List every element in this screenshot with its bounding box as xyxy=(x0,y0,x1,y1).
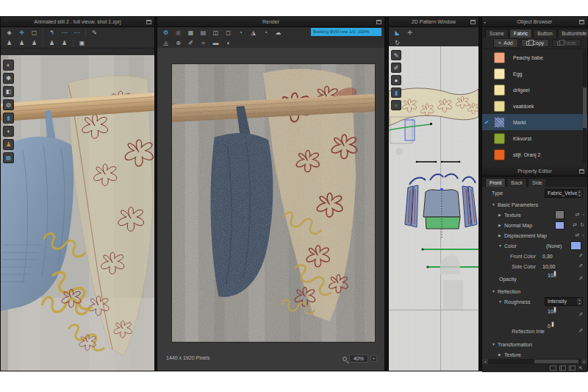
pattern-grid-icon[interactable]: ▫ xyxy=(391,100,401,110)
fabric-row[interactable]: Kikvorst xyxy=(482,130,587,146)
layout-split-icon[interactable] xyxy=(559,366,566,371)
displacement-map-row[interactable]: ▶Displacement Map ⇄▫ xyxy=(482,230,587,240)
stress-view-icon[interactable]: ◖ xyxy=(3,126,14,137)
object-browser-titlebar[interactable]: ◂ Object Browser xyxy=(482,17,587,27)
pop-out-icon[interactable]: ⇱ xyxy=(578,366,583,371)
pattern-edit-icon[interactable]: ✐ xyxy=(391,63,401,73)
strain-map-icon[interactable]: ◍ xyxy=(3,99,14,110)
roughness-row[interactable]: ▼Roughness Intensity▴▾ xyxy=(482,296,587,307)
property-editor-titlebar[interactable]: Property Editor xyxy=(482,166,587,177)
render-lamp-icon[interactable]: ▬ xyxy=(209,38,222,47)
fabric-row[interactable]: Egg xyxy=(482,65,587,82)
gizmo-tool-icon[interactable]: ◈ xyxy=(3,28,15,37)
tab-side[interactable]: Side xyxy=(528,178,547,187)
reflection-header[interactable]: ▼Reflection xyxy=(482,286,587,296)
transformation-header[interactable]: ▼Transformation xyxy=(482,339,587,349)
basic-parameters-header[interactable]: ▼Basic Parameters xyxy=(482,199,587,210)
scroll-right-icon[interactable]: ▸ xyxy=(581,359,587,364)
edit-pen-icon[interactable]: ✎ xyxy=(578,328,583,334)
3d-viewport[interactable]: ◐ ✱ ◧ ◍ ▮ ◖ ♟ ▦ xyxy=(1,55,154,371)
edit-pen-icon[interactable]: ✎ xyxy=(578,312,583,318)
float-window-icon[interactable] xyxy=(470,20,476,24)
move-tool-icon[interactable]: ✛ xyxy=(15,28,28,37)
tab-scene[interactable]: Scene xyxy=(485,29,509,38)
fabric-row[interactable]: drilgeel xyxy=(482,82,587,98)
type-dropdown[interactable]: Fabric_Velvet▴▾ xyxy=(545,189,583,198)
swap-icon[interactable]: ⇄ xyxy=(573,222,577,228)
tab-fabric[interactable]: Fabric xyxy=(509,29,532,38)
avatar-edit-icon[interactable]: ♟ xyxy=(28,38,40,47)
fabric-row-selected[interactable]: ✔ Markt xyxy=(482,114,587,130)
render-rays-icon[interactable]: ≈ xyxy=(197,38,209,47)
lock-icon[interactable]: ▫ xyxy=(583,212,584,218)
render-snapshot-icon[interactable]: ◫ xyxy=(209,28,222,37)
float-window-icon[interactable] xyxy=(579,20,584,24)
lock-icon[interactable]: ▫ xyxy=(583,232,584,238)
spinner-icon[interactable]: ▴▾ xyxy=(577,190,582,197)
pattern-select-tool-icon[interactable]: ◣ xyxy=(391,28,404,37)
render-quality-icon[interactable]: ◮ xyxy=(247,28,259,37)
fabric-row[interactable]: vaatdoek xyxy=(482,98,587,114)
copy-button[interactable]: Copy xyxy=(521,39,549,47)
render-environment-icon[interactable]: ⊕ xyxy=(172,38,184,47)
side-color-value[interactable]: 10,00 xyxy=(542,264,556,269)
roughness-mode-dropdown[interactable]: Intensity▴▾ xyxy=(545,297,583,306)
tab-back[interactable]: Back xyxy=(506,178,527,187)
float-window-icon[interactable] xyxy=(376,20,381,24)
scroll-left-icon[interactable]: ◂ xyxy=(482,359,488,364)
edit-pen-icon[interactable]: ✎ xyxy=(578,263,583,269)
normal-map-swatch[interactable] xyxy=(555,221,564,229)
fabric-list-scrollbar[interactable] xyxy=(583,51,587,163)
edit-pen-icon[interactable]: ✎ xyxy=(578,253,583,259)
pattern-view-icon[interactable]: ▦ xyxy=(3,152,14,163)
swap-icon[interactable]: ⇄ xyxy=(576,232,580,238)
transformation-texture-row[interactable]: ▶Texture xyxy=(482,349,587,359)
refresh-icon[interactable]: ↻ xyxy=(580,222,584,228)
fabric-row[interactable]: Peachy babe xyxy=(482,49,587,65)
render-titlebar[interactable]: Render xyxy=(157,17,384,27)
render-zoom-value[interactable]: 40% xyxy=(349,354,368,363)
render-viewport[interactable]: 1440 x 1920 Pixels 40% + xyxy=(157,48,384,371)
avatar-tape-icon[interactable]: ♟ xyxy=(46,38,58,47)
reflection-intensity-value[interactable]: 0 xyxy=(548,324,551,329)
zoom-menu-button[interactable]: + xyxy=(370,355,377,362)
collapse-panel-icon[interactable]: ◂ xyxy=(484,20,486,24)
paste-button[interactable]: Paste xyxy=(552,39,581,47)
rect-select-tool-icon[interactable]: ▢ xyxy=(28,28,40,37)
avatar-view-icon[interactable]: ♟ xyxy=(3,139,14,150)
render-video-icon[interactable]: ▦ xyxy=(184,28,197,37)
color-swatch[interactable] xyxy=(570,241,581,250)
pattern-pen-icon[interactable]: ✎ xyxy=(391,50,401,60)
property-editor-hscrollbar[interactable]: ◂ ▸ xyxy=(482,359,587,364)
pin-tool-icon[interactable]: ⋯ xyxy=(58,28,71,37)
avatar-show-icon[interactable]: ♟ xyxy=(3,38,15,47)
shading-mode-icon[interactable]: ◐ xyxy=(3,60,14,71)
render-brush-icon[interactable]: ✐ xyxy=(184,38,197,47)
tab-button[interactable]: Button xyxy=(533,29,556,38)
render-sphere-icon[interactable]: ◖ xyxy=(222,38,234,47)
tab-front[interactable]: Front xyxy=(485,178,506,187)
avatar-pose-icon[interactable]: ♟ xyxy=(15,38,28,47)
pattern-2d-canvas[interactable]: ✎ ✐ ● ▮ ▫ xyxy=(389,46,478,371)
render-light-icon[interactable]: ◬ xyxy=(159,38,172,47)
pattern-2d-titlebar[interactable]: 2D Pattern Window xyxy=(389,17,478,27)
render-cloud-icon[interactable]: ☁ xyxy=(272,28,284,37)
swap-icon[interactable]: ⇄ xyxy=(576,212,580,218)
render-capture-icon[interactable]: ◻ xyxy=(222,28,234,37)
undo-tool-icon[interactable]: ↰ xyxy=(46,28,58,37)
float-window-icon[interactable] xyxy=(146,20,151,24)
texture-thumbnail[interactable] xyxy=(555,210,564,219)
render-time-icon[interactable]: ◔ xyxy=(259,28,272,37)
render-start-icon[interactable]: ⚙ xyxy=(159,28,172,37)
freeze-icon[interactable]: ✱ xyxy=(3,73,14,84)
layout-columns-icon[interactable] xyxy=(569,366,576,371)
add-button[interactable]: +Add xyxy=(493,38,518,48)
spinner-icon[interactable]: ▴▾ xyxy=(577,298,582,305)
mesh-view-icon[interactable]: ◧ xyxy=(3,86,14,97)
fabric-row[interactable]: stijf. Oranj 2 xyxy=(482,146,587,163)
pattern-fabric-icon[interactable]: ▮ xyxy=(391,88,401,98)
tack-tool-icon[interactable]: ⋯ xyxy=(71,28,83,37)
3d-viewport-titlebar[interactable]: Animated still 2 . full vieuw. shot 1.zp… xyxy=(1,17,154,27)
layout-single-icon[interactable] xyxy=(550,366,556,371)
pattern-texture-icon[interactable]: ● xyxy=(391,75,401,85)
